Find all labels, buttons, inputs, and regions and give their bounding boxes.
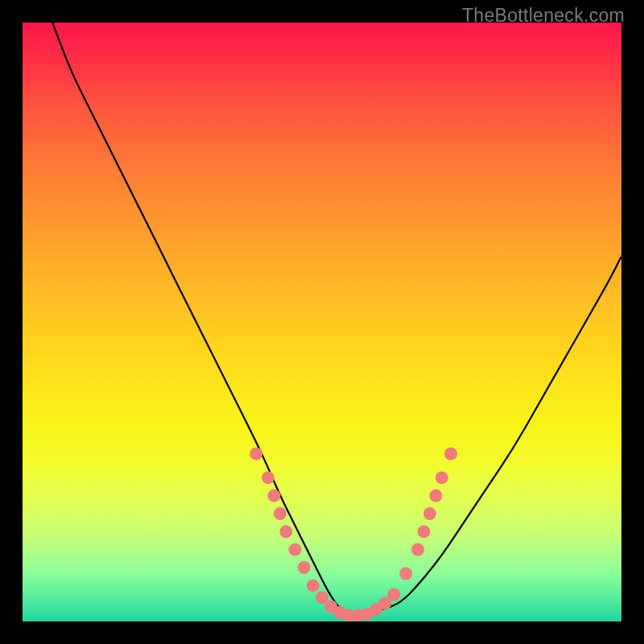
sample-dot — [423, 507, 436, 520]
sample-dot — [418, 525, 431, 538]
sample-dot — [289, 543, 302, 556]
sample-dot — [399, 568, 412, 580]
sample-dot — [411, 543, 424, 556]
sample-dot — [307, 579, 320, 592]
chart-container: TheBottleneck.com — [0, 0, 644, 644]
sample-dot — [250, 448, 262, 460]
chart-svg — [23, 23, 621, 621]
sample-dot — [262, 471, 275, 484]
bottleneck-curve-path — [52, 23, 621, 616]
watermark-text: TheBottleneck.com — [462, 5, 625, 27]
sample-dot — [268, 489, 281, 502]
sample-dot — [444, 448, 457, 460]
sample-dot — [274, 507, 287, 520]
plot-area — [23, 23, 621, 621]
sample-dot — [436, 471, 448, 484]
sample-dot — [387, 588, 400, 601]
sample-dots-group — [250, 448, 457, 621]
sample-dot — [429, 489, 442, 502]
sample-dot — [298, 561, 311, 574]
sample-dot — [279, 525, 292, 538]
